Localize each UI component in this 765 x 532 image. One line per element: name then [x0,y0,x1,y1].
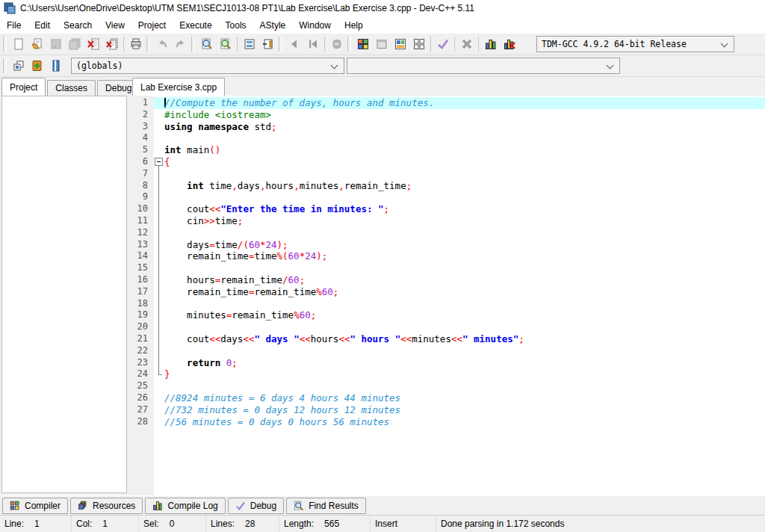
code-line-3[interactable]: 3using namespace std; [128,121,765,133]
code-line-26[interactable]: 26//8924 minutes = 6 days 4 hours 44 min… [128,392,765,404]
close-file-button[interactable] [84,35,102,53]
compile-and-run-button[interactable] [391,35,409,53]
add-file-button[interactable] [28,57,46,75]
code-line-5[interactable]: 5int main() [128,144,765,156]
open-file-button[interactable] [28,35,46,53]
status-message: Done parsing in 1.172 seconds [436,516,765,532]
globals-select[interactable]: (globals) [71,58,344,74]
print-button[interactable] [126,35,145,53]
code-text: #include <iostream> [164,109,765,121]
code-line-11[interactable]: 11 cin>>time; [128,215,765,227]
close-all-button[interactable] [102,35,121,53]
status-bar: Line: 1 Col: 1 Sel: 0 Lines: 28 Length: … [0,516,765,532]
delete-profiling-button[interactable] [500,35,518,53]
menu-edit[interactable]: Edit [28,18,57,33]
members-select[interactable] [347,58,620,74]
status-col-value: 1 [102,519,108,529]
code-line-1[interactable]: 1//Compute the number of days, hours and… [128,97,765,109]
syntax-check-button[interactable] [433,35,452,53]
run-button[interactable] [372,35,391,53]
editor-tab-lab-exercise-3[interactable]: Lab Exercise 3.cpp [132,78,225,96]
fold-marker [154,227,164,239]
tab-classes[interactable]: Classes [47,80,96,96]
fold-marker [154,286,164,298]
code-line-6[interactable]: 6{ [128,156,765,168]
code-line-24[interactable]: 24} [128,368,765,380]
line-number: 11 [128,215,154,227]
project-browser-panel[interactable] [1,96,127,493]
line-number: 15 [128,262,154,274]
code-line-13[interactable]: 13 days=time/(60*24); [128,239,765,251]
window-title: C:\Users\User\OneDrive\Desktop\UTM SEM1\… [20,3,474,13]
report-tab-label: Find Results [309,501,359,511]
compiler-profile-select[interactable]: TDM-GCC 4.9.2 64-bit Release [536,36,734,52]
menu-execute[interactable]: Execute [173,18,218,33]
goto-function-button[interactable] [258,35,277,53]
status-length-value: 565 [324,519,339,529]
code-line-23[interactable]: 23 return 0; [128,357,765,369]
goto-line-button[interactable] [240,35,258,53]
close-all-icon [105,37,119,51]
menu-project[interactable]: Project [131,18,173,33]
code-text [164,321,765,333]
code-line-20[interactable]: 20 [128,321,765,333]
code-text: remain_time=remain_time%60; [164,286,765,298]
code-line-7[interactable]: 7 [128,168,765,180]
report-tab-debug[interactable]: Debug [228,498,284,514]
menu-search[interactable]: Search [57,18,99,33]
bookmark-button[interactable] [46,57,65,75]
find-button[interactable] [197,35,216,53]
menu-window[interactable]: Window [292,18,338,33]
code-line-2[interactable]: 2#include <iostream> [128,109,765,121]
code-line-21[interactable]: 21 cout<<days<<" days "<<hours<<" hours … [128,333,765,345]
status-col-label: Col: [76,519,92,529]
menu-help[interactable]: Help [338,18,370,33]
report-tab-compile-log[interactable]: Compile Log [145,498,225,514]
code-line-14[interactable]: 14 remain_time=time%(60*24); [128,250,765,262]
report-tab-compiler[interactable]: Compiler [2,498,68,514]
code-line-25[interactable]: 25 [128,380,765,392]
compile-and-run-icon [394,37,407,51]
menu-view[interactable]: View [99,18,131,33]
abort-button [457,35,476,53]
menu-file[interactable]: File [0,18,28,33]
code-line-9[interactable]: 9 [128,191,765,203]
code-line-27[interactable]: 27//732 minutes = 0 days 12 hours 12 min… [128,404,765,416]
line-number: 7 [128,168,154,180]
code-line-17[interactable]: 17 remain_time=remain_time%60; [128,286,765,298]
status-line-label: Line: [4,519,24,529]
status-insert-mode: Insert [371,516,436,532]
code-line-8[interactable]: 8 int time,days,hours,minutes,remain_tim… [128,180,765,192]
code-line-10[interactable]: 10 cout<<"Enter the time in minutes: "; [128,203,765,215]
profile-icon [484,37,498,51]
report-tab-resources[interactable]: Resources [70,498,143,514]
profile-button[interactable] [481,35,500,53]
new-file-button[interactable] [9,35,28,53]
debug-check-icon [235,501,246,511]
menu-tools[interactable]: Tools [219,18,253,33]
rebuild-all-button[interactable] [409,35,428,53]
code-line-4[interactable]: 4 [128,132,765,144]
code-line-22[interactable]: 22 [128,345,765,357]
code-line-15[interactable]: 15 [128,262,765,274]
fold-marker[interactable] [154,156,164,168]
toolbar-separator [454,37,455,52]
menu-astyle[interactable]: AStyle [253,18,293,33]
fold-margin [154,144,164,156]
code-line-18[interactable]: 18 [128,298,765,310]
code-editor[interactable]: 1//Compute the number of days, hours and… [128,96,765,495]
code-line-19[interactable]: 19 minutes=remain_time%60; [128,309,765,321]
code-line-12[interactable]: 12 [128,227,765,239]
fold-margin [154,109,164,121]
code-text: int main() [164,144,765,156]
replace-button[interactable] [216,35,235,53]
fold-marker [154,368,164,380]
compile-button[interactable] [353,35,372,53]
code-line-28[interactable]: 28//56 minutes = 0 days 0 hours 56 minut… [128,416,765,428]
report-tab-find-results[interactable]: Find Results [286,498,366,514]
code-line-16[interactable]: 16 hours=remain_time/60; [128,274,765,286]
tab-project[interactable]: Project [1,78,46,96]
swap-windows-button[interactable] [9,57,28,75]
syntax-check-icon [436,37,450,51]
devcpp-window: C:\Users\User\OneDrive\Desktop\UTM SEM1\… [0,0,765,532]
